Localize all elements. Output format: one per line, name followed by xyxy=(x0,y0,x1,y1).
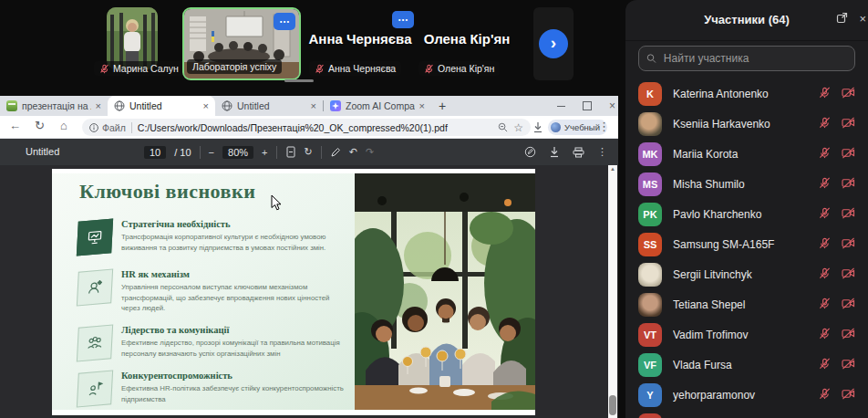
rotate-icon[interactable]: ↻ xyxy=(305,146,313,158)
pdf-viewport[interactable]: Ключові висновки Стратегічна необхідніст… xyxy=(0,165,618,418)
presentation-favicon xyxy=(6,100,17,111)
page-number-input[interactable]: 10 xyxy=(144,146,166,159)
downloads-icon[interactable] xyxy=(532,121,543,133)
close-window-icon[interactable]: × xyxy=(609,101,615,110)
avatar xyxy=(638,413,662,418)
zoom-magnifier-icon[interactable] xyxy=(498,122,508,132)
maximize-icon[interactable] xyxy=(583,101,592,110)
minimize-icon[interactable] xyxy=(557,106,565,107)
muted-mic-icon[interactable] xyxy=(819,266,831,283)
participant-row[interactable]: Sergii Litvinchyk xyxy=(625,259,868,289)
participant-row-clipped[interactable] xyxy=(625,410,868,418)
muted-mic-icon[interactable] xyxy=(819,297,831,313)
person-gear-icon xyxy=(77,268,113,306)
filmstrip-drag-handle[interactable] xyxy=(284,79,314,82)
tile-more-options-button[interactable]: … xyxy=(392,11,414,28)
participants-list[interactable]: K Katerina Antonenko Kseniia Harkavenko … xyxy=(625,78,868,418)
video-off-icon[interactable] xyxy=(842,387,855,403)
close-panel-icon[interactable]: × xyxy=(859,12,866,26)
participant-row[interactable]: Tetiana Shepel xyxy=(625,289,868,319)
participant-row[interactable]: MS Misha Shumilo xyxy=(625,169,868,199)
redo-icon[interactable]: ↷ xyxy=(366,146,374,158)
search-icon xyxy=(646,53,656,64)
new-tab-button[interactable]: + xyxy=(439,99,446,113)
video-off-icon[interactable] xyxy=(842,327,855,343)
muted-mic-icon[interactable] xyxy=(819,116,831,132)
scroll-up-icon[interactable]: ▲ xyxy=(608,166,617,172)
file-chip-label: Файл xyxy=(102,122,126,133)
tab-close-icon[interactable]: × xyxy=(311,101,316,111)
slide-photo xyxy=(355,173,535,410)
reload-icon[interactable]: ↻ xyxy=(35,119,45,132)
participant-row[interactable]: Y yehorparamonov xyxy=(625,380,868,410)
pdf-scrollbar[interactable]: ▲ xyxy=(608,165,617,418)
video-off-icon[interactable] xyxy=(842,236,855,253)
participant-row[interactable]: VT Vadim Trofimov xyxy=(625,319,868,350)
participant-row[interactable]: PK Pavlo Kharchenko xyxy=(625,199,868,229)
bookmark-star-icon[interactable]: ☆ xyxy=(513,121,523,134)
tab-title: Untitled xyxy=(237,100,306,111)
participant-row[interactable]: SS Samsung SM-A165F xyxy=(625,229,868,259)
participant-search[interactable] xyxy=(638,46,855,71)
participant-row[interactable]: K Katerina Antonenko xyxy=(625,78,868,109)
slide-item-body: Ефективне лідерство, прозорі комунікації… xyxy=(121,338,349,359)
pop-out-icon[interactable] xyxy=(836,12,848,24)
video-off-icon[interactable] xyxy=(842,146,855,162)
search-input[interactable] xyxy=(662,51,847,66)
participant-row[interactable]: Kseniia Harkavenko xyxy=(625,109,868,139)
video-off-icon[interactable] xyxy=(842,86,855,102)
muted-mic-icon[interactable] xyxy=(819,387,831,403)
muted-mic-icon[interactable] xyxy=(819,327,831,343)
tab-close-icon[interactable]: × xyxy=(419,101,425,111)
video-off-icon[interactable] xyxy=(842,357,855,373)
pdf-viewer-toolbar: Untitled 10 / 10 − 80% + ↻ ↶ ↷ xyxy=(0,139,618,165)
participant-name-pill: Лабораторія успіху xyxy=(187,59,282,74)
filmstrip-next-page: › xyxy=(533,7,574,80)
video-tile-anna[interactable]: Анна Черняєва … Анна Черняєва xyxy=(306,7,414,80)
browser-menu-kebab-icon[interactable]: ⋮ xyxy=(598,120,610,133)
participant-row[interactable]: VF Vlada Fursa xyxy=(625,350,868,380)
back-icon[interactable]: ← xyxy=(9,119,21,132)
zoom-level-value[interactable]: 80% xyxy=(222,146,253,159)
undo-icon[interactable]: ↶ xyxy=(349,146,357,158)
video-off-icon[interactable] xyxy=(842,297,855,313)
slide-item-body: Управління персоналом виступає ключовим … xyxy=(121,282,349,314)
video-tile-laboratory-active-speaker[interactable]: … Лабораторія успіху xyxy=(182,7,301,80)
tab-zoom-ai-companion[interactable]: Zoom AI Companion × xyxy=(324,96,431,116)
tab-untitled-active[interactable]: Untitled × xyxy=(108,96,215,116)
video-off-icon[interactable] xyxy=(842,176,855,193)
tab-close-icon[interactable]: × xyxy=(96,101,101,111)
muted-mic-icon[interactable] xyxy=(819,86,831,102)
video-tile-olena[interactable]: Олена Кір'ян Олена Кір'ян xyxy=(416,7,518,80)
video-off-icon[interactable] xyxy=(842,116,855,132)
zoom-in-icon[interactable]: + xyxy=(262,147,267,158)
muted-mic-icon[interactable] xyxy=(819,206,831,223)
muted-mic-icon[interactable] xyxy=(819,146,831,162)
video-off-icon[interactable] xyxy=(842,206,855,223)
print-icon[interactable] xyxy=(573,147,584,158)
scrollbar-thumb[interactable] xyxy=(609,395,616,415)
address-bar[interactable]: Файл C:/Users/work/Downloads/Презентація… xyxy=(82,119,531,136)
tile-more-options-button[interactable]: … xyxy=(274,13,295,30)
download-icon[interactable] xyxy=(549,146,560,158)
fit-page-icon[interactable] xyxy=(285,146,296,158)
annotate-icon[interactable] xyxy=(524,146,536,158)
video-tile-marina[interactable]: Марина Салун xyxy=(91,7,173,80)
pdf-menu-kebab-icon[interactable]: ⋮ xyxy=(597,146,607,158)
muted-mic-icon[interactable] xyxy=(819,236,831,253)
avatar-photo xyxy=(638,293,662,317)
next-participants-button[interactable]: › xyxy=(539,29,568,58)
muted-mic-icon[interactable] xyxy=(819,357,831,373)
video-off-icon[interactable] xyxy=(842,266,855,283)
info-icon xyxy=(89,123,98,132)
zoom-meeting-window: Марина Салун … Лабор xyxy=(0,0,868,418)
zoom-out-icon[interactable]: − xyxy=(209,147,214,158)
participants-panel: Участники (64) × K Katerina Antonenko Ks… xyxy=(625,0,868,418)
participant-row[interactable]: MK Mariia Korota xyxy=(625,139,868,169)
tab-close-icon[interactable]: × xyxy=(203,101,209,111)
draw-pen-icon[interactable] xyxy=(330,147,341,158)
muted-mic-icon[interactable] xyxy=(819,176,831,193)
tab-presentation[interactable]: презентація на лабораторію у × xyxy=(0,96,108,116)
home-icon[interactable]: ⌂ xyxy=(60,119,67,132)
tab-untitled-2[interactable]: Untitled × xyxy=(215,96,323,116)
